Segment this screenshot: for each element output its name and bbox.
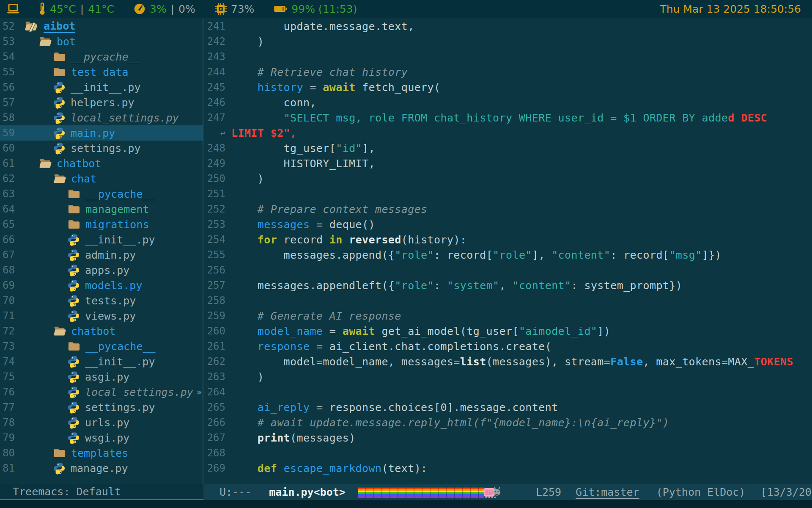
tree-item-models-py[interactable]: 69 models.py	[0, 278, 203, 293]
code-line-268[interactable]: 268	[203, 445, 812, 461]
tree-line-number: 63	[0, 188, 22, 200]
tree-item--pycache-[interactable]: 73 __pycache__	[0, 339, 203, 354]
code-line-261[interactable]: 261 response = ai_client.chat.completion…	[203, 339, 812, 354]
tree-item-migrations[interactable]: 65 migrations	[0, 217, 203, 232]
code-line-246[interactable]: 246 conn,	[203, 95, 812, 110]
code-line-259[interactable]: 259 # Generate AI response	[203, 308, 812, 323]
tree-item-test-data[interactable]: 55 test_data	[0, 64, 203, 80]
code-token	[231, 401, 258, 414]
code-line-260[interactable]: 260 model_name = await get_ai_model(tg_u…	[203, 323, 812, 339]
code-token: LIMIT $2",	[231, 127, 297, 139]
code-token	[231, 325, 258, 337]
code-token: :	[434, 279, 447, 292]
code-line-255[interactable]: 255 messages.append({"role": record["rol…	[203, 247, 812, 262]
tree-line-number: 61	[0, 157, 22, 169]
code-text: conn,	[231, 97, 316, 109]
code-line-252[interactable]: 252 # Prepare context messages	[203, 202, 812, 217]
tree-item--pycache-[interactable]: 54 __pycache__	[0, 49, 203, 64]
code-line-243[interactable]: 243	[203, 49, 812, 64]
python-icon	[68, 417, 80, 429]
root-icon	[25, 20, 38, 32]
editor-frame: 52 aibot53 bot54 __pycache__55 test_data…	[0, 18, 812, 484]
tree-item-templates[interactable]: 80 templates	[0, 445, 203, 461]
tree-item-wsgi-py[interactable]: 79 wsgi.py	[0, 430, 203, 445]
tree-item-aibot[interactable]: 52 aibot	[0, 19, 203, 34]
code-line-wrap[interactable]: ↩LIMIT $2",	[203, 125, 812, 141]
tree-item-local-settings-py[interactable]: 58 local_settings.py	[0, 110, 203, 125]
code-line-267[interactable]: 267 print(messages)	[203, 430, 812, 445]
tree-item-helpers-py[interactable]: 57 helpers.py	[0, 95, 203, 110]
tree-item-settings-py[interactable]: 60 settings.py	[0, 141, 203, 156]
code-text: for record in reversed(history):	[231, 234, 466, 246]
rainbow-bar	[358, 487, 484, 498]
code-line-263[interactable]: 263 )	[203, 369, 812, 384]
line-number: 256	[203, 264, 225, 276]
tree-item-chat[interactable]: 62 chat	[0, 171, 203, 186]
code-line-254[interactable]: 254 for record in reversed(history):	[203, 232, 812, 247]
tree-item-local-settings-py[interactable]: 76 local_settings.py»	[0, 384, 203, 400]
code-line-242[interactable]: 242 )	[203, 34, 812, 49]
code-line-258[interactable]: 258	[203, 293, 812, 308]
tree-item-bot[interactable]: 53 bot	[0, 34, 203, 49]
code-token: # Retrieve chat history	[231, 66, 408, 78]
code-line-244[interactable]: 244 # Retrieve chat history	[203, 64, 812, 80]
code-token: : record[	[610, 249, 669, 261]
code-token: role	[499, 249, 526, 261]
line-number: 248	[203, 142, 225, 154]
code-text: messages = deque()	[231, 218, 375, 231]
code-text: )	[231, 173, 264, 185]
code-line-253[interactable]: 253 messages = deque()	[203, 217, 812, 232]
treemacs-panel[interactable]: 52 aibot53 bot54 __pycache__55 test_data…	[0, 18, 203, 484]
tree-item-urls-py[interactable]: 78 urls.py	[0, 415, 203, 430]
tree-item-chatbot[interactable]: 61 chatbot	[0, 156, 203, 171]
tree-line-number: 59	[0, 127, 22, 139]
code-token: )	[231, 371, 264, 383]
tree-item-views-py[interactable]: 71 views.py	[0, 308, 203, 323]
tree-item-admin-py[interactable]: 67 admin.py	[0, 247, 203, 262]
tree-item--pycache-[interactable]: 63 __pycache__	[0, 186, 203, 202]
tree-item-manage-py[interactable]: 81 manage.py	[0, 461, 203, 476]
tree-item--init-py[interactable]: 74 __init__.py	[0, 354, 203, 369]
system-status-bar: 45°C|41°C 3%|0% 73% 99% (11:53) Thu Mar …	[0, 0, 812, 18]
code-line-250[interactable]: 250 )	[203, 171, 812, 186]
code-line-256[interactable]: 256	[203, 262, 812, 278]
code-line-262[interactable]: 262 model=model_name, messages=list(mess…	[203, 354, 812, 369]
code-buffer[interactable]: 241 update.message.text,242 )243244 # Re…	[203, 18, 812, 484]
tree-item-label: local_settings.py	[71, 112, 179, 124]
code-text: ai_reply = response.choices[0].message.c…	[231, 401, 558, 414]
code-line-241[interactable]: 241 update.message.text,	[203, 19, 812, 34]
code-text: messages.appendleft({"role": "system", "…	[231, 279, 682, 292]
tree-item-apps-py[interactable]: 68 apps.py	[0, 262, 203, 278]
code-line-245[interactable]: 245 history = await fetch_query(	[203, 80, 812, 95]
line-number: 267	[203, 432, 225, 444]
tree-item-asgi-py[interactable]: 75 asgi.py	[0, 369, 203, 384]
code-text: def escape_markdown(text):	[231, 462, 428, 475]
buffer-name: main.py<bot>	[269, 486, 346, 498]
code-token: "	[428, 249, 434, 261]
tree-item-settings-py[interactable]: 77 settings.py	[0, 400, 203, 415]
tree-item-tests-py[interactable]: 70 tests.py	[0, 293, 203, 308]
tree-item--init-py[interactable]: 66 __init__.py	[0, 232, 203, 247]
code-line-266[interactable]: 266 # await update.message.reply_html(f"…	[203, 415, 812, 430]
code-token: await	[343, 325, 375, 337]
code-line-248[interactable]: 248 tg_user["id"],	[203, 141, 812, 156]
laptop-icon	[7, 3, 19, 14]
line-number: 258	[203, 295, 225, 306]
treemacs-modeline: Treemacs: Default	[0, 484, 203, 500]
code-line-257[interactable]: 257 messages.appendleft({"role": "system…	[203, 278, 812, 293]
code-line-264[interactable]: 264	[203, 384, 812, 400]
tree-item-main-py[interactable]: 59 main.py	[0, 125, 203, 141]
code-token: "	[695, 249, 702, 261]
code-token: system	[453, 279, 493, 292]
code-line-265[interactable]: 265 ai_reply = response.choices[0].messa…	[203, 400, 812, 415]
code-line-251[interactable]: 251	[203, 186, 812, 202]
tree-item-management[interactable]: 64 management	[0, 202, 203, 217]
code-line-247[interactable]: 247 "SELECT msg, role FROM chat_history …	[203, 110, 812, 125]
tree-item--init-py[interactable]: 56 __init__.py	[0, 80, 203, 95]
code-line-249[interactable]: 249 HISTORY_LIMIT,	[203, 156, 812, 171]
code-token: tg_user[	[231, 142, 336, 155]
line-number: 243	[203, 51, 225, 63]
tree-item-chatbot[interactable]: 72 chatbot	[0, 323, 203, 339]
code-line-269[interactable]: 269 def escape_markdown(text):	[203, 461, 812, 476]
code-token: "	[336, 142, 342, 155]
